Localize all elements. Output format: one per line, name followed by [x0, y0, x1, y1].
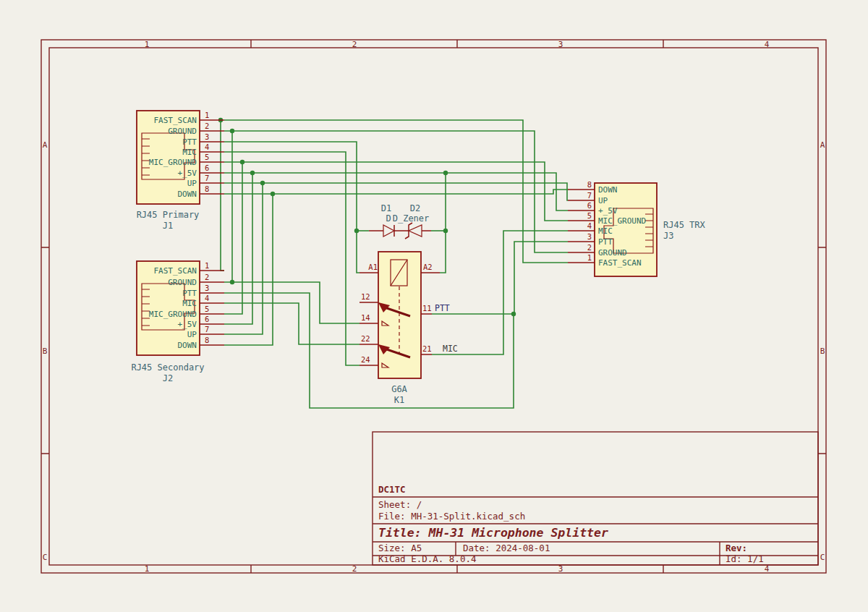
j2-pin-name: MIC [182, 299, 197, 308]
wire-5v-coil[interactable] [440, 173, 446, 273]
j2-pin-number: 8 [205, 336, 209, 344]
j2-pin-number: 2 [205, 273, 209, 281]
size-field: Size: A5 [378, 543, 422, 553]
junction-dot [511, 312, 516, 316]
net-label-mic[interactable]: MIC [443, 344, 458, 354]
wire-ptt2-loop[interactable] [224, 293, 514, 408]
junction-dot [443, 171, 448, 175]
wire-mic1-24[interactable] [224, 152, 359, 365]
zone-row-left-c: C [43, 553, 48, 562]
j3-pin-name: MIC [598, 226, 613, 236]
date-field: Date: 2024-08-01 [463, 543, 550, 553]
company-name: DC1TC [378, 484, 406, 495]
junction-dot [260, 181, 265, 185]
component-k1[interactable]: A1 A2 12 14 22 24 11 21 G6A K1 [359, 252, 440, 405]
j1-pin-name: GROUND [168, 127, 197, 136]
j1-pin-name: PTT [182, 137, 197, 147]
d1-value-label: D [386, 213, 391, 224]
j1-value-label: RJ45 Primary [137, 210, 200, 220]
junction-dot [250, 171, 255, 175]
j2-pin-name: GROUND [168, 278, 197, 287]
j2-pin-name: PTT [182, 289, 197, 298]
j1-pin-number: 6 [205, 163, 209, 172]
component-j1[interactable]: 1 2 3 4 5 6 7 8 FAST_SCAN GROUND PTT MIC… [137, 111, 224, 231]
k1-pin-a1: A1 [368, 263, 378, 271]
component-j3[interactable]: 8 7 6 5 4 3 2 1 DOWN UP +_5V MIC_GROUND … [568, 180, 706, 276]
j3-pin-name: DOWN [598, 185, 618, 195]
j1-pin-name: FAST_SCAN [153, 116, 197, 125]
k1-pin-12: 12 [361, 292, 370, 301]
j3-pin-name: MIC_GROUND [598, 216, 646, 226]
schematic-canvas[interactable]: 1 2 3 4 1 2 3 4 A B C A B C DC1TC Sheet:… [0, 0, 868, 612]
j3-pin-name: UP [598, 196, 608, 205]
title-block-frame [373, 432, 818, 565]
rev-field: Rev: [726, 543, 747, 553]
j3-pin-number: 7 [587, 191, 592, 200]
zone-col-top-4: 4 [765, 40, 770, 49]
j3-pin-number: 3 [587, 232, 592, 241]
zone-row-right-c: C [820, 553, 825, 562]
k1-pin-11: 11 [422, 304, 432, 313]
d2-value-label: D_Zener [393, 213, 430, 224]
k1-ref-label: K1 [394, 395, 404, 405]
j1-pin-number: 4 [205, 143, 209, 151]
wire-bus-8[interactable] [224, 194, 273, 345]
j1-pin-number: 5 [205, 153, 209, 161]
component-d2[interactable]: D2 D_Zener [393, 203, 431, 239]
wire-bus-5[interactable] [224, 162, 242, 314]
zone-col-bot-4: 4 [765, 564, 770, 574]
net-label-ptt[interactable]: PTT [435, 303, 450, 313]
wire-5v[interactable] [224, 173, 568, 211]
j3-value-label: RJ45 TRX [663, 220, 706, 230]
zone-row-right-a: A [820, 140, 825, 150]
junction-dot [230, 280, 234, 284]
wire-mic-net[interactable] [432, 231, 568, 354]
diode-icon[interactable] [383, 225, 394, 237]
junction-dot [240, 160, 244, 164]
j2-pin-number: 7 [205, 325, 209, 333]
k1-value-label: G6A [391, 384, 407, 394]
j2-pin-number: 4 [205, 294, 209, 302]
j1-pin-number: 7 [205, 174, 209, 182]
wire-up[interactable] [224, 183, 568, 200]
wire-bus-6[interactable] [224, 173, 252, 324]
wire-ground[interactable] [224, 131, 568, 252]
j2-pin-name: UP [187, 330, 197, 339]
j1-pin-name: UP [187, 179, 197, 188]
zone-row-left-b: B [43, 347, 48, 356]
j3-pin-number: 8 [587, 180, 592, 189]
j3-pin-number: 6 [587, 201, 592, 210]
j1-pin-name: MIC_GROUND [149, 158, 197, 167]
j2-pin-number: 1 [205, 261, 209, 270]
j1-pin-number: 2 [205, 122, 209, 130]
zone-col-bot-2: 2 [352, 564, 357, 574]
j1-pin-name: DOWN [178, 190, 197, 199]
wire-bus-1[interactable] [221, 120, 224, 271]
j2-pin-number: 3 [205, 284, 209, 292]
title-field: Title: MH-31 Microphone Splitter [378, 526, 608, 540]
wire-down[interactable] [224, 190, 568, 194]
zone-col-bot-3: 3 [558, 564, 563, 574]
zone-row-left-a: A [43, 140, 48, 150]
j3-pin-name: GROUND [598, 248, 627, 258]
j2-value-label: RJ45 Secondary [131, 362, 204, 373]
component-j2[interactable]: 1 2 3 4 5 6 7 8 FAST_SCAN GROUND PTT MIC… [131, 261, 224, 383]
k1-pin-21: 21 [422, 344, 432, 353]
j2-pin-stubs [200, 271, 224, 345]
wire-bus-7[interactable] [224, 183, 263, 334]
zener-diode-icon[interactable] [409, 225, 422, 237]
k1-pin-22: 22 [361, 334, 370, 343]
j1-pin-number: 3 [205, 132, 209, 141]
j1-pin-name: MIC [182, 148, 197, 157]
zone-col-bot-1: 1 [145, 564, 150, 574]
net-labels[interactable]: PTT MIC [435, 303, 458, 354]
d2-ref-label: D2 [410, 203, 420, 213]
zone-col-top-2: 2 [352, 40, 357, 49]
j3-pin-number: 5 [587, 211, 592, 220]
wire-micground[interactable] [224, 162, 568, 221]
j2-pin-name: MIC_GROUND [149, 310, 197, 319]
junction-dot [230, 129, 234, 133]
k1-pin-14: 14 [361, 313, 370, 322]
k1-pin-a2: A2 [423, 263, 433, 271]
k1-pin-24: 24 [361, 355, 370, 364]
